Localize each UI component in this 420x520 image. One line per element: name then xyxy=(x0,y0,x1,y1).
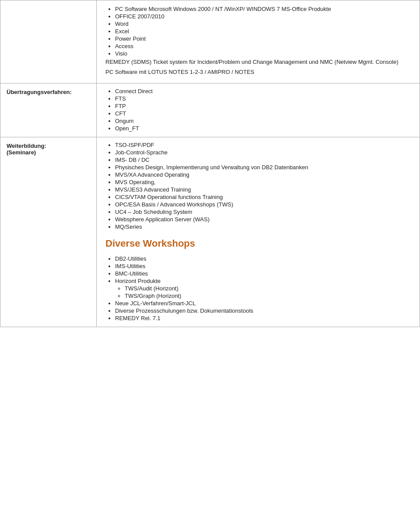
diverse-list: DB2-Utilities IMS-Utilities BMC-Utilitie… xyxy=(105,255,411,321)
list-item: CFT xyxy=(115,110,411,117)
weiterbildung-content: TSO-ISPF/PDF Job-Control-Sprache IMS- DB… xyxy=(97,137,420,327)
list-item: Horizont Produkte xyxy=(115,278,411,284)
remedy-text: REMEDY (SDMS) Ticket system für Incident… xyxy=(105,59,411,65)
list-item: OFFICE 2007/2010 xyxy=(115,13,411,20)
list-item: Word xyxy=(115,21,411,27)
list-item: MVS/JES3 Advanced Training xyxy=(115,186,411,193)
list-item: TSO-ISPF/PDF xyxy=(115,142,411,148)
uebertragung-label: Übertragungsverfahren: xyxy=(0,84,97,137)
list-item: Job-Control-Sprache xyxy=(115,149,411,156)
list-item: REMEDY Rel. 7.1 xyxy=(115,315,411,321)
list-item: OPC/ESA Basis / Advanced Workshops (TWS) xyxy=(115,201,411,208)
uebertragung-row: Übertragungsverfahren: Connect Direct FT… xyxy=(0,84,420,137)
list-item: TWS/Audit (Horizont) xyxy=(125,285,411,292)
list-item: TWS/Graph (Horizont) xyxy=(125,293,411,299)
list-item: Ongum xyxy=(115,118,411,124)
list-item: PC Software Microsoft Windows 2000 / NT … xyxy=(115,6,411,12)
list-item: MVS Operating, xyxy=(115,179,411,185)
lotus-text: PC Software mit LOTUS NOTES 1-2-3 / AMIP… xyxy=(105,69,411,75)
list-item: CICS/VTAM Operational functions Training xyxy=(115,194,411,200)
list-item: UC4 – Job Scheduling System xyxy=(115,209,411,215)
list-item: IMS- DB / DC xyxy=(115,157,411,163)
list-item: FTP xyxy=(115,103,411,109)
page: PC Software Microsoft Windows 2000 / NT … xyxy=(0,0,420,520)
uebertragung-list: Connect Direct FTS FTP CFT Ongum Open_FT xyxy=(105,88,411,132)
main-table: PC Software Microsoft Windows 2000 / NT … xyxy=(0,0,420,327)
list-item: Neue JCL-Verfahren/Smart-JCL xyxy=(115,300,411,307)
list-item: Open_FT xyxy=(115,125,411,132)
list-item: BMC-Utilities xyxy=(115,270,411,277)
list-item: Physisches Design, Implementierung und V… xyxy=(115,164,411,171)
list-item: Diverse Prozessschulungen bzw. Dokumenta… xyxy=(115,307,411,314)
list-item: Connect Direct xyxy=(115,88,411,94)
list-item: MVS/XA Advanced Operating xyxy=(115,171,411,178)
weiterbildung-label-text: Weiterbildung:(Seminare) xyxy=(7,143,46,156)
weiterbildung-label: Weiterbildung:(Seminare) xyxy=(0,137,97,327)
list-item: DB2-Utilities xyxy=(115,255,411,262)
list-item: FTS xyxy=(115,95,411,102)
top-right-cell: PC Software Microsoft Windows 2000 / NT … xyxy=(97,0,420,84)
uebertragung-content: Connect Direct FTS FTP CFT Ongum Open_FT xyxy=(97,84,420,137)
list-item: MQ/Series xyxy=(115,223,411,230)
diverse-sub-list: TWS/Audit (Horizont) TWS/Graph (Horizont… xyxy=(115,285,411,299)
list-item: Power Point xyxy=(115,35,411,42)
list-item: Excel xyxy=(115,28,411,35)
top-left-cell xyxy=(0,0,97,84)
top-row: PC Software Microsoft Windows 2000 / NT … xyxy=(0,0,420,84)
list-item: Websphere Application Server (WAS) xyxy=(115,216,411,223)
weiterbildung-row: Weiterbildung:(Seminare) TSO-ISPF/PDF Jo… xyxy=(0,137,420,327)
list-item: Visio xyxy=(115,50,411,57)
diverse-workshops-title: Diverse Workshops xyxy=(105,238,411,249)
list-item: Access xyxy=(115,43,411,49)
weiterbildung-list: TSO-ISPF/PDF Job-Control-Sprache IMS- DB… xyxy=(105,142,411,230)
list-item: IMS-Utilities xyxy=(115,263,411,269)
pc-software-list: PC Software Microsoft Windows 2000 / NT … xyxy=(105,6,411,57)
